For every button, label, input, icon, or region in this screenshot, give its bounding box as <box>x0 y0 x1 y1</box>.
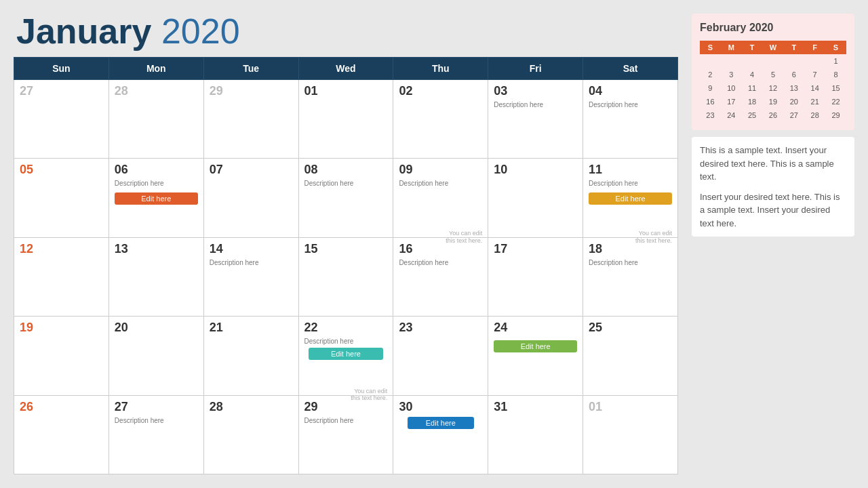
day-number: 25 <box>589 321 672 335</box>
calendar-day-2-2: 14Description here <box>203 237 298 316</box>
mini-day-4-4: 27 <box>783 108 804 122</box>
page-title: January 2020 <box>14 14 678 49</box>
calendar-day-3-3: 22Description hereEdit here <box>298 317 393 395</box>
sidebar-text: This is a sample text. Insert your desir… <box>692 137 854 237</box>
calendar-day-0-6: 04Description here <box>583 80 678 159</box>
mini-h-f: F <box>804 41 825 54</box>
title-bold: January <box>16 12 151 51</box>
main-section: January 2020 Sun Mon Tue Wed Thu Fri Sat… <box>14 14 678 474</box>
mini-day-2-4: 13 <box>783 81 804 95</box>
mini-day-1-3: 5 <box>763 68 784 81</box>
day-description: Description here <box>494 101 577 108</box>
edit-button[interactable]: Edit here <box>115 192 198 205</box>
day-number: 23 <box>399 321 482 335</box>
day-number: 26 <box>20 400 103 414</box>
mini-calendar-container: February 2020 S M T W T F S 123456789101… <box>692 14 854 130</box>
calendar-day-1-2: 07 <box>203 159 298 237</box>
calendar-day-3-4: 23 <box>393 317 488 395</box>
calendar-day-4-5: 31 <box>488 395 583 474</box>
day-description: Description here <box>399 259 482 266</box>
day-description: Description here <box>304 338 388 345</box>
calendar-day-1-1: 06Description hereEdit here <box>108 159 203 237</box>
calendar-week-3: 19202122Description hereEdit here2324Edi… <box>14 317 678 395</box>
edit-button[interactable]: Edit here <box>589 192 672 205</box>
mini-day-2-0: 9 <box>700 81 721 95</box>
day-number: 03 <box>494 84 577 98</box>
mini-day-1-4: 6 <box>783 68 804 81</box>
mini-day-3-2: 18 <box>742 95 763 108</box>
calendar-day-4-6: 01 <box>583 395 678 474</box>
calendar-week-0: 272829010203Description here04Descriptio… <box>14 80 678 159</box>
main-calendar: Sun Mon Tue Wed Thu Fri Sat 272829010203… <box>14 57 678 474</box>
mini-h-w: W <box>763 41 784 54</box>
day-number: 30 <box>399 400 482 414</box>
sidebar-text-2: Insert your desired text here. This is a… <box>700 190 846 230</box>
header-mon: Mon <box>108 58 203 80</box>
mini-day-2-5: 14 <box>804 81 825 95</box>
mini-day-3-4: 20 <box>783 95 804 108</box>
edit-button[interactable]: Edit here <box>309 348 384 360</box>
calendar-week-2: 121314Description here15You can edit thi… <box>14 237 678 316</box>
day-note: You can edit this text here. <box>441 230 482 245</box>
day-number: 31 <box>494 400 577 414</box>
mini-h-s1: S <box>700 41 721 54</box>
calendar-day-1-3: 08Description here <box>298 159 393 237</box>
day-number: 04 <box>589 84 672 98</box>
calendar-day-2-5: 17 <box>488 237 583 316</box>
day-number: 13 <box>115 242 198 256</box>
calendar-header-row: Sun Mon Tue Wed Thu Fri Sat <box>14 58 678 80</box>
mini-day-1-1: 3 <box>721 68 742 81</box>
day-number: 06 <box>115 163 198 177</box>
day-number: 02 <box>399 84 482 98</box>
day-number: 11 <box>589 163 672 177</box>
mini-day-1-5: 7 <box>804 68 825 81</box>
day-description: Description here <box>589 180 672 187</box>
title-light: 2020 <box>151 12 239 51</box>
edit-button[interactable]: Edit here <box>408 417 474 429</box>
day-note: You can edit this text here. <box>631 230 672 245</box>
mini-day-0-4 <box>783 54 804 68</box>
mini-day-3-5: 21 <box>804 95 825 108</box>
header-thu: Thu <box>393 58 488 80</box>
calendar-day-1-4: 09Description here <box>393 159 488 237</box>
day-note: You can edit this text here. <box>347 388 387 403</box>
day-number: 22 <box>304 321 388 335</box>
day-number: 21 <box>210 321 293 335</box>
day-number: 28 <box>210 400 293 414</box>
mini-calendar-title: February 2020 <box>700 22 846 34</box>
calendar-day-2-3: 15 <box>298 237 393 316</box>
day-number: 01 <box>589 400 672 414</box>
day-number: 01 <box>304 84 388 98</box>
mini-h-m: M <box>721 41 742 54</box>
calendar-week-4: 2627Description here28You can edit this … <box>14 395 678 474</box>
day-description: Description here <box>399 180 482 187</box>
calendar-day-1-5: 10 <box>488 159 583 237</box>
mini-day-0-6: 1 <box>825 54 846 68</box>
day-description: Description here <box>589 259 672 266</box>
day-number: 20 <box>115 321 198 335</box>
header-sun: Sun <box>14 58 109 80</box>
day-number: 27 <box>115 400 198 414</box>
day-number: 27 <box>20 84 103 98</box>
mini-day-2-6: 15 <box>825 81 846 95</box>
mini-h-t1: T <box>742 41 763 54</box>
day-number: 10 <box>494 163 577 177</box>
edit-button[interactable]: Edit here <box>494 340 577 352</box>
calendar-day-3-0: 19 <box>14 317 109 395</box>
header-tue: Tue <box>203 58 298 80</box>
calendar-day-4-2: 28 <box>203 395 298 474</box>
day-number: 29 <box>210 84 293 98</box>
day-number: 08 <box>304 163 388 177</box>
mini-day-4-0: 23 <box>700 108 721 122</box>
mini-day-4-5: 28 <box>804 108 825 122</box>
day-description: Description here <box>115 180 198 187</box>
calendar-day-0-5: 03Description here <box>488 80 583 159</box>
mini-day-3-3: 19 <box>763 95 784 108</box>
calendar-day-4-1: 27Description here <box>108 395 203 474</box>
day-description: Description here <box>589 101 672 108</box>
calendar-day-4-3: You can edit this text here.29Descriptio… <box>298 395 393 474</box>
calendar-day-2-1: 13 <box>108 237 203 316</box>
calendar-day-0-2: 29 <box>203 80 298 159</box>
calendar-day-3-6: 25 <box>583 317 678 395</box>
day-number: 12 <box>20 242 103 256</box>
